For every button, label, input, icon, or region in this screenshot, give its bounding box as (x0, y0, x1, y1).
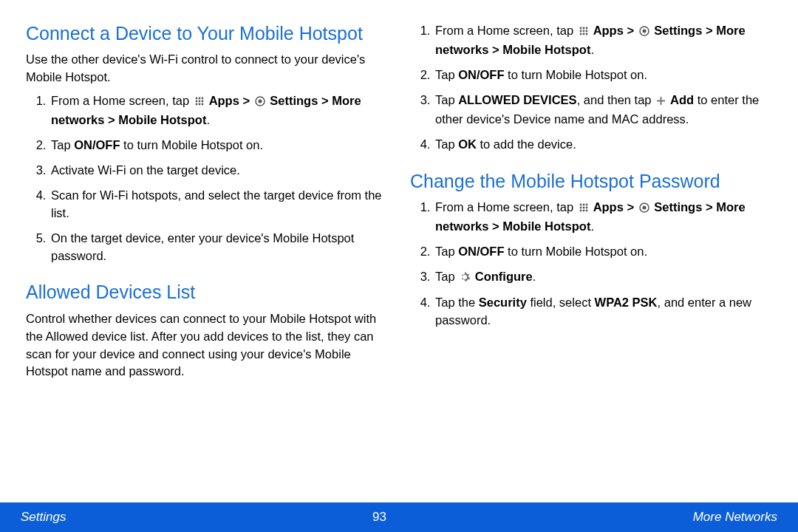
allowed-step-2: Tap ON/OFF to turn Mobile Hotspot on. (434, 66, 772, 84)
text: field, select (527, 296, 595, 309)
bold-wpa2: WPA2 PSK (595, 296, 658, 309)
svg-point-25 (582, 203, 584, 205)
bold-ok: OK (458, 137, 477, 151)
text: . (590, 43, 594, 56)
text: to turn Mobile Hotspot on. (505, 245, 648, 258)
svg-point-0 (195, 98, 197, 100)
svg-point-29 (585, 206, 587, 208)
svg-point-24 (579, 203, 582, 205)
svg-point-8 (201, 103, 203, 106)
bold-onoff: ON/OFF (458, 245, 504, 258)
changepwd-step-4: Tap the Security field, select WPA2 PSK,… (434, 294, 772, 330)
page-number: 93 (372, 510, 386, 525)
svg-point-27 (579, 206, 582, 208)
text: . (590, 219, 594, 233)
connect-step-5: On the target device, enter your device'… (50, 230, 388, 265)
plus-icon (656, 93, 666, 111)
text: to turn Mobile Hotspot on. (505, 68, 648, 81)
svg-point-10 (258, 100, 262, 103)
svg-point-16 (585, 30, 587, 33)
settings-icon (639, 24, 649, 41)
bold-allowed: ALLOWED DEVICES (458, 93, 576, 106)
connect-step-1: From a Home screen, tap Apps > Settings … (50, 92, 388, 129)
svg-point-32 (585, 209, 587, 211)
settings-icon (639, 200, 649, 218)
gear-icon (460, 270, 470, 287)
text: . (206, 113, 210, 126)
changepwd-step-3: Tap Configure. (434, 268, 772, 287)
text: to turn Mobile Hotspot on. (120, 138, 264, 151)
allowed-step-4: Tap OK to add the device. (434, 136, 772, 154)
changepwd-step-1: From a Home screen, tap Apps > Settings … (434, 199, 772, 236)
svg-point-15 (582, 30, 584, 33)
svg-point-31 (582, 209, 584, 211)
svg-point-4 (198, 100, 200, 103)
bold-configure: Configure (471, 270, 533, 283)
text: Tap (435, 93, 458, 106)
svg-point-13 (585, 27, 587, 30)
svg-point-14 (579, 30, 582, 33)
intro-allowed: Control whether devices can connect to y… (26, 310, 388, 381)
svg-point-34 (642, 205, 646, 209)
right-column: From a Home screen, tap Apps > Settings … (410, 22, 772, 495)
text: From a Home screen, tap (435, 24, 577, 37)
svg-point-18 (582, 33, 584, 35)
svg-point-7 (198, 103, 200, 106)
text: Tap (435, 245, 458, 258)
svg-point-2 (201, 98, 203, 100)
changepwd-step-2: Tap ON/OFF to turn Mobile Hotspot on. (434, 243, 772, 261)
heading-connect: Connect a Device to Your Mobile Hotspot (26, 22, 388, 45)
connect-steps: From a Home screen, tap Apps > Settings … (26, 92, 388, 265)
text: Tap (435, 270, 458, 283)
page-footer: Settings 93 More Networks (0, 502, 798, 532)
apps-icon (579, 24, 589, 41)
text: From a Home screen, tap (435, 200, 577, 214)
text: Tap (51, 138, 74, 151)
svg-point-11 (579, 27, 582, 30)
svg-point-6 (195, 103, 197, 106)
svg-point-1 (198, 98, 200, 100)
svg-point-21 (642, 30, 646, 33)
text: to add the device. (477, 137, 576, 151)
allowed-step-3: Tap ALLOWED DEVICES, and then tap Add to… (434, 92, 772, 129)
bold-security: Security (479, 296, 527, 309)
heading-allowed: Allowed Devices List (26, 281, 388, 304)
changepwd-steps: From a Home screen, tap Apps > Settings … (410, 199, 772, 330)
svg-point-5 (201, 100, 203, 103)
text: Tap the (435, 296, 479, 309)
text: Tap (435, 68, 458, 81)
svg-point-12 (582, 27, 584, 30)
svg-point-28 (582, 206, 584, 208)
svg-point-17 (579, 33, 582, 35)
svg-point-19 (585, 33, 587, 35)
text: , and then tap (577, 93, 655, 106)
bold-add: Add (667, 93, 694, 106)
bold-apps: Apps > (590, 24, 638, 37)
settings-icon (255, 94, 265, 112)
footer-left: Settings (21, 510, 66, 525)
apps-icon (579, 200, 589, 218)
bold-onoff: ON/OFF (458, 68, 504, 81)
page-content: Connect a Device to Your Mobile Hotspot … (0, 0, 798, 502)
bold-apps: Apps > (590, 200, 638, 214)
bold-onoff: ON/OFF (74, 138, 120, 151)
heading-change-pwd: Change the Mobile Hotspot Password (410, 170, 772, 193)
left-column: Connect a Device to Your Mobile Hotspot … (26, 22, 388, 495)
connect-step-4: Scan for Wi-Fi hotspots, and select the … (50, 187, 388, 222)
text: Tap (435, 137, 458, 151)
allowed-steps: From a Home screen, tap Apps > Settings … (410, 22, 772, 154)
svg-point-26 (585, 203, 587, 205)
footer-right: More Networks (693, 510, 777, 525)
text: . (533, 270, 536, 283)
svg-point-30 (579, 209, 582, 211)
svg-point-3 (195, 100, 197, 103)
connect-step-3: Activate Wi-Fi on the target device. (50, 162, 388, 180)
bold-apps: Apps > (206, 94, 253, 107)
connect-step-2: Tap ON/OFF to turn Mobile Hotspot on. (50, 137, 388, 154)
text: From a Home screen, tap (51, 94, 193, 107)
intro-connect: Use the other device's Wi-Fi control to … (26, 51, 388, 86)
allowed-step-1: From a Home screen, tap Apps > Settings … (434, 22, 772, 59)
svg-rect-23 (657, 100, 665, 101)
apps-icon (194, 94, 205, 112)
